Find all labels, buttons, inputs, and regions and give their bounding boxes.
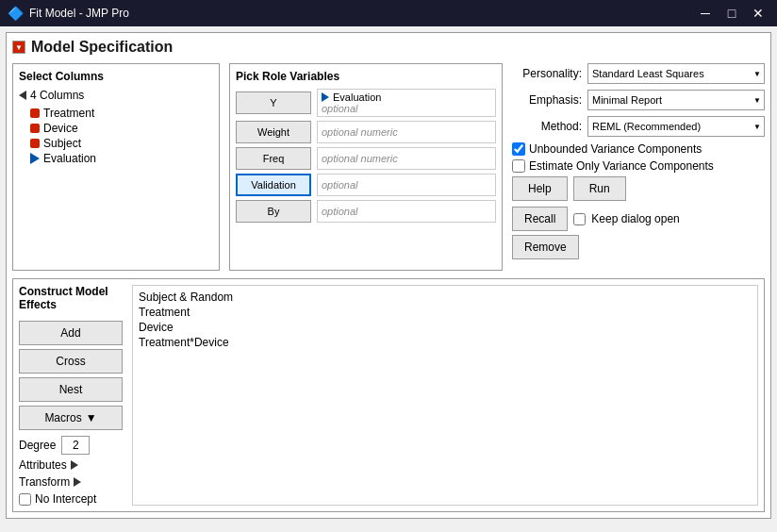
by-optional-hint: optional	[322, 206, 491, 217]
recall-button[interactable]: Recall	[512, 207, 568, 231]
personality-label: Personality:	[512, 67, 587, 80]
select-columns-label: Select Columns	[19, 70, 213, 83]
run-button[interactable]: Run	[573, 176, 626, 201]
attributes-row: Attributes	[19, 458, 123, 472]
freq-role-field: optional numeric	[317, 147, 496, 170]
degree-label: Degree	[19, 439, 56, 452]
transform-dropdown-icon[interactable]	[74, 477, 81, 487]
macros-label: Macros	[44, 411, 81, 424]
attributes-label: Attributes	[19, 458, 67, 472]
by-role-field: optional	[317, 200, 496, 223]
panel-header: ▼ Model Specification	[12, 39, 765, 56]
unbounded-variance-checkbox[interactable]	[512, 142, 525, 156]
remove-button[interactable]: Remove	[512, 235, 579, 259]
method-select[interactable]: REML (Recommended)	[587, 116, 765, 137]
add-button[interactable]: Add	[19, 321, 123, 345]
role-row-by: By optional	[236, 200, 496, 223]
maximize-button[interactable]: □	[720, 4, 743, 23]
nest-button[interactable]: Nest	[19, 377, 123, 402]
close-button[interactable]: ✕	[747, 4, 769, 23]
weight-optional-hint: optional numeric	[322, 126, 491, 138]
macros-dropdown-icon: ▼	[86, 411, 97, 424]
col-evaluation: Evaluation	[43, 152, 96, 165]
validation-optional-hint: optional	[322, 179, 491, 191]
method-row: Method: REML (Recommended)	[512, 116, 765, 137]
keep-dialog-checkbox[interactable]	[573, 213, 586, 225]
list-item[interactable]: Device	[137, 320, 753, 335]
y-role-text: Evaluation	[333, 91, 381, 103]
emphasis-row: Emphasis: Minimal Report	[512, 90, 765, 110]
expand-columns-icon[interactable]	[19, 91, 26, 100]
personality-select-wrapper: Standard Least Squares	[587, 63, 765, 84]
estimate-only-row: Estimate Only Variance Components	[512, 159, 765, 173]
construct-label: Construct Model Effects	[19, 285, 123, 311]
minimize-button[interactable]: ─	[694, 4, 717, 23]
role-row-freq: Freq optional numeric	[236, 147, 496, 170]
role-row-y: Y Evaluation optional	[236, 89, 496, 117]
col-subject: Subject	[43, 137, 81, 150]
emphasis-select-wrapper: Minimal Report	[587, 90, 765, 110]
no-intercept-label: No Intercept	[35, 492, 96, 506]
panel-title: Model Specification	[31, 39, 173, 56]
construct-model-effects-panel: Construct Model Effects Add Cross Nest M…	[12, 278, 765, 512]
validation-role-field: optional	[317, 174, 496, 196]
transform-row: Transform	[19, 475, 123, 489]
list-item[interactable]: Treatment	[137, 305, 753, 320]
effects-list: Subject & Random Treatment Device Treatm…	[132, 285, 758, 506]
personality-section: Personality: Standard Least Squares Emph…	[512, 63, 765, 271]
list-item[interactable]: Subject & Random	[137, 290, 753, 305]
weight-role-field: optional numeric	[317, 121, 496, 143]
list-item[interactable]: Device	[28, 121, 213, 136]
help-button[interactable]: Help	[512, 176, 568, 201]
nominal-icon	[30, 153, 40, 164]
window-title: Fit Model - JMP Pro	[29, 7, 129, 20]
emphasis-label: Emphasis:	[512, 93, 587, 107]
title-bar: 🔷 Fit Model - JMP Pro ─ □ ✕	[0, 0, 777, 26]
weight-role-button[interactable]: Weight	[236, 121, 311, 143]
role-row-weight: Weight optional numeric	[236, 121, 496, 143]
validation-role-button[interactable]: Validation	[236, 174, 311, 196]
pick-role-label: Pick Role Variables	[236, 70, 496, 83]
app-icon: 🔷	[8, 6, 24, 21]
emphasis-select[interactable]: Minimal Report	[587, 90, 765, 110]
freq-optional-hint: optional numeric	[322, 153, 491, 164]
columns-count-row: 4 Columns	[19, 89, 213, 102]
list-item[interactable]: Subject	[28, 136, 213, 151]
bottom-section: Construct Model Effects Add Cross Nest M…	[12, 278, 765, 512]
y-role-field: Evaluation optional	[317, 89, 496, 117]
col-device: Device	[43, 122, 78, 135]
y-optional-hint: optional	[322, 103, 491, 114]
keep-dialog-label: Keep dialog open	[591, 212, 679, 225]
freq-role-button[interactable]: Freq	[236, 147, 311, 170]
method-label: Method:	[512, 120, 587, 133]
attributes-dropdown-icon[interactable]	[71, 460, 78, 470]
personality-select[interactable]: Standard Least Squares	[587, 63, 765, 84]
blue-triangle-icon	[322, 92, 329, 102]
y-role-button[interactable]: Y	[236, 91, 311, 114]
list-item[interactable]: Treatment	[28, 106, 213, 121]
unbounded-variance-label: Unbounded Variance Components	[529, 142, 702, 156]
continuous-icon	[30, 124, 40, 133]
role-row-validation: Validation optional	[236, 174, 496, 196]
estimate-only-label: Estimate Only Variance Components	[529, 159, 714, 173]
macros-button[interactable]: Macros ▼	[19, 406, 123, 430]
continuous-icon	[30, 139, 40, 148]
select-columns-panel: Select Columns 4 Columns Treatment Devic…	[12, 63, 220, 271]
estimate-only-checkbox[interactable]	[512, 159, 525, 173]
col-treatment: Treatment	[43, 107, 94, 120]
construct-controls: Construct Model Effects Add Cross Nest M…	[19, 285, 123, 506]
continuous-icon	[30, 108, 40, 118]
list-item[interactable]: Treatment*Device	[137, 335, 753, 350]
by-role-button[interactable]: By	[236, 200, 311, 223]
no-intercept-row: No Intercept	[19, 492, 123, 506]
content-row: Select Columns 4 Columns Treatment Devic…	[12, 63, 765, 271]
action-buttons: Help Run	[512, 176, 765, 201]
degree-row: Degree	[19, 436, 123, 455]
collapse-button[interactable]: ▼	[12, 41, 25, 54]
degree-input[interactable]	[61, 436, 90, 455]
transform-label: Transform	[19, 475, 70, 489]
columns-count-label: 4 Columns	[30, 89, 84, 102]
list-item[interactable]: Evaluation	[28, 151, 213, 166]
cross-button[interactable]: Cross	[19, 349, 123, 374]
no-intercept-checkbox[interactable]	[19, 493, 31, 506]
